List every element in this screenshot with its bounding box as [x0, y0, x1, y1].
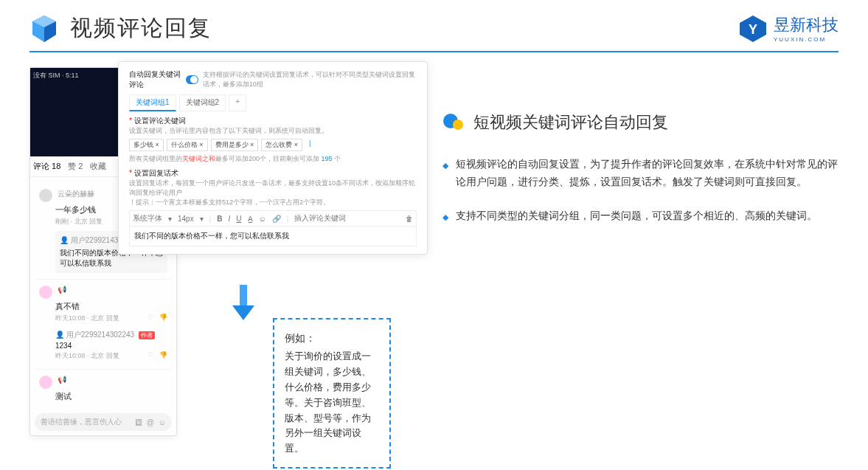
group-tab-add[interactable]: +	[229, 94, 246, 111]
link-icon[interactable]: 🔗	[272, 215, 281, 223]
tab-favs[interactable]: 收藏	[90, 161, 106, 172]
group-tab-2[interactable]: 关键词组2	[179, 94, 226, 111]
size-selector[interactable]: 14px	[178, 215, 194, 223]
svg-marker-6	[232, 305, 254, 320]
speaker-icon: 📢	[58, 286, 66, 294]
avatar-icon: 👤	[60, 236, 69, 244]
insert-keyword-button[interactable]: 插入评论关键词	[294, 213, 346, 224]
underline-icon[interactable]: U	[236, 215, 241, 223]
rich-toolbar: 系统字体▾ 14px▾ | B I U A̲ ☺ 🔗 | 插入评论关键词 🗑	[129, 210, 417, 227]
keyword-tag[interactable]: 怎么收费 ×	[261, 139, 302, 151]
comment-meta: 昨天10:08 · 北京 回复♡ 👎	[55, 351, 167, 361]
commenter-name: 云朵的赫赫	[58, 190, 94, 198]
font-selector[interactable]: 系统字体	[133, 213, 162, 224]
emoji-icon[interactable]: ☺	[159, 418, 166, 426]
header-divider	[29, 51, 839, 52]
chevron-down-icon[interactable]: ▾	[200, 215, 204, 223]
auto-reply-label: 自动回复关键词评论	[129, 69, 181, 90]
reply-desc: 设置回复话术，每回复一个用户评论只发送一条话术，最多支持设置10条不同话术，按添…	[129, 179, 417, 198]
reply-heading: 设置回复话术	[129, 168, 417, 179]
group-tab-1[interactable]: 关键词组1	[129, 94, 176, 111]
comment-meta: 昨天10:08 · 北京 回复♡ 👎	[55, 314, 167, 323]
cube-icon	[29, 14, 59, 44]
example-title: 例如：	[285, 330, 379, 346]
reply-text: 1234	[55, 342, 167, 350]
section-subtitle: 短视频关键词评论自动回复	[473, 111, 668, 134]
author-badge: 作者	[139, 331, 155, 339]
input-placeholder: 善语结善缘，恶言伤人心	[41, 417, 131, 427]
svg-text:Y: Y	[749, 22, 757, 37]
comment-item: 📢 真不错 昨天10:08 · 北京 回复♡ 👎 👤 用户22992143022…	[36, 280, 170, 370]
avatar-icon	[39, 376, 52, 389]
keyword-tag[interactable]: 费用是多少 ×	[211, 139, 259, 151]
keywords-hint: 所有关键词组里的关键词之和最多可添加200个，目前剩余可添加 195 个	[129, 154, 417, 164]
chat-icon	[442, 111, 465, 134]
auto-reply-desc: 支持根据评论的关键词设置回复话术，可以针对不同类型关键词设置回复话术，最多添加1…	[203, 70, 417, 89]
svg-point-8	[453, 120, 463, 130]
chevron-down-icon[interactable]: ▾	[168, 215, 172, 223]
replier-name: 用户2299214302243	[66, 331, 134, 339]
keywords-desc: 设置关键词，当评论里内容包含了以下关键词，则系统可自动回复。	[129, 126, 417, 136]
italic-icon[interactable]: I	[229, 215, 231, 223]
reply-line: 👤 用户2299214302243 作者 1234 昨天10:08 · 北京 回…	[55, 328, 167, 363]
keyword-tag[interactable]: 什么价格 ×	[167, 139, 208, 151]
logo-icon: Y	[738, 14, 768, 44]
page-title: 视频评论回复	[70, 13, 212, 44]
comment-text: 真不错	[55, 301, 167, 312]
at-icon[interactable]: @	[147, 418, 154, 426]
keyword-tag[interactable]: 多少钱 ×	[129, 139, 164, 151]
comment-text: 测试	[55, 391, 167, 402]
avatar-icon	[39, 286, 52, 299]
bullet-item: 短视频评论的自动回复设置，为了提升作者的评论回复效率，在系统中针对常见的评论用户…	[442, 156, 839, 191]
example-box: 例如： 关于询价的设置成一组关键词，多少钱、什么价格，费用多少等。关于咨询班型、…	[273, 318, 391, 469]
bold-icon[interactable]: B	[217, 215, 222, 223]
comment-input[interactable]: 善语结善缘，恶言伤人心 🖼 @ ☺	[35, 413, 172, 431]
bullet-item: 支持不同类型的关键词分组，同一类问题，可设置多个相近的、高频的关键词。	[442, 207, 839, 225]
keyword-input-cursor[interactable]: |	[305, 139, 314, 151]
reply-hint: ！提示：一个富文本框最多支持512个字符，一个汉字占用2个字符。	[129, 198, 417, 207]
keywords-heading: 设置评论关键词	[129, 116, 417, 126]
brand-logo: Y 昱新科技 YUUXIN.COM	[738, 14, 839, 44]
delete-icon[interactable]: 🗑	[406, 215, 413, 223]
comment-item: 📢 测试	[36, 370, 170, 408]
image-icon[interactable]: 🖼	[135, 418, 142, 426]
color-icon[interactable]: A̲	[248, 215, 253, 223]
settings-panel: 自动回复关键词评论 支持根据评论的关键词设置回复话术，可以针对不同类型关键词设置…	[118, 61, 428, 255]
auto-reply-toggle[interactable]	[186, 75, 198, 84]
keyword-tags: 多少钱 × 什么价格 × 费用是多少 × 怎么收费 × |	[129, 139, 417, 151]
avatar-icon: 👤	[55, 331, 64, 339]
arrow-down-icon	[229, 285, 258, 322]
svg-rect-5	[240, 285, 247, 307]
logo-text-cn: 昱新科技	[774, 14, 839, 36]
logo-text-en: YUUXIN.COM	[774, 36, 839, 43]
tab-likes[interactable]: 赞 2	[68, 161, 83, 172]
emoji-icon[interactable]: ☺	[259, 215, 266, 223]
avatar-icon	[39, 189, 52, 202]
reply-textarea[interactable]: 我们不同的版本价格不一样，您可以私信联系我	[129, 227, 417, 246]
example-body: 关于询价的设置成一组关键词，多少钱、什么价格，费用多少等。关于咨询班型、版本、型…	[285, 349, 379, 457]
tab-comments[interactable]: 评论 18	[33, 161, 60, 172]
speaker-icon: 📢	[58, 376, 66, 384]
